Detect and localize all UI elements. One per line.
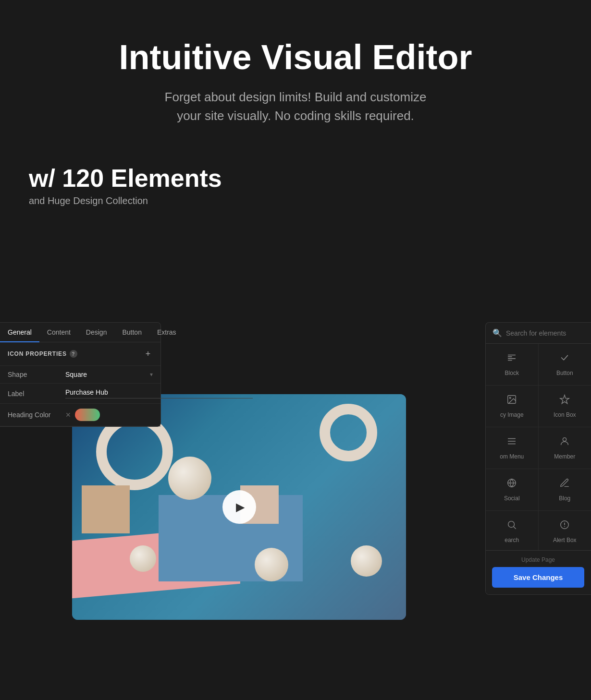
label-property-row: Label Purchase Hub xyxy=(0,384,160,404)
elements-title: w/ 120 Elements xyxy=(29,164,562,193)
shape-value: Square ▾ xyxy=(65,371,153,378)
chevron-down-icon: ▾ xyxy=(150,371,153,378)
save-bar: Update Page Save Changes xyxy=(485,550,591,594)
shape-ring-2 xyxy=(320,404,377,461)
heading-color-label: Heading Color xyxy=(8,411,65,419)
alertbox-icon xyxy=(559,519,570,533)
member-label: Member xyxy=(554,453,575,460)
element-item-block[interactable]: Block xyxy=(486,344,539,386)
section-header: ICON PROPERTIES ? + xyxy=(8,349,153,359)
tabs-bar: General Content Design Button Extras xyxy=(0,323,160,342)
element-item-member[interactable]: Member xyxy=(539,427,591,469)
tab-general[interactable]: General xyxy=(0,323,39,342)
button-label: Button xyxy=(556,370,573,376)
search-bar: 🔍 xyxy=(486,323,591,344)
icon-properties-section: ICON PROPERTIES ? + xyxy=(0,342,160,366)
iconbox-label: Icon Box xyxy=(554,411,576,418)
shape-select[interactable]: Square ▾ xyxy=(65,371,153,378)
svg-point-4 xyxy=(508,521,515,528)
search-el-icon xyxy=(506,519,517,533)
element-item-image[interactable]: cy Image xyxy=(486,386,539,427)
svg-point-2 xyxy=(563,438,566,441)
label-prop-label: Label xyxy=(8,390,65,398)
elements-subtitle: and Huge Design Collection xyxy=(29,195,562,206)
add-button[interactable]: + xyxy=(143,349,153,359)
social-icon xyxy=(506,478,517,491)
element-item-menu[interactable]: om Menu xyxy=(486,427,539,469)
search-label: earch xyxy=(505,537,519,543)
tab-design[interactable]: Design xyxy=(78,323,115,342)
hero-title: Intuitive Visual Editor xyxy=(19,38,572,76)
shape-label: Shape xyxy=(8,371,65,378)
video-background: ▶ xyxy=(72,394,406,620)
left-panel: General Content Design Button Extras ICO… xyxy=(0,322,161,427)
sphere-2 xyxy=(130,545,156,572)
alertbox-label: Alert Box xyxy=(553,537,577,543)
right-panel: 🔍 Block Button xyxy=(485,322,591,595)
menu-icon xyxy=(506,436,517,449)
element-item-alertbox[interactable]: Alert Box xyxy=(539,511,591,553)
save-changes-button[interactable]: Save Changes xyxy=(492,567,584,588)
hero-section: Intuitive Visual Editor Forget about des… xyxy=(0,0,591,145)
element-item-search[interactable]: earch xyxy=(486,511,539,553)
iconbox-icon xyxy=(559,394,570,408)
elements-section: w/ 120 Elements and Huge Design Collecti… xyxy=(0,145,591,206)
shape-property-row: Shape Square ▾ xyxy=(0,366,160,384)
blog-label: Blog xyxy=(559,495,570,502)
section-title: ICON PROPERTIES ? xyxy=(8,350,77,358)
update-label: Update Page xyxy=(492,556,584,563)
sphere-3 xyxy=(255,548,288,581)
image-icon xyxy=(506,394,517,408)
social-label: Social xyxy=(504,495,520,502)
element-item-blog[interactable]: Blog xyxy=(539,469,591,511)
block-label: Block xyxy=(505,370,519,376)
clear-icon[interactable]: ✕ xyxy=(65,411,71,419)
member-icon xyxy=(559,436,570,449)
label-input[interactable]: Purchase Hub xyxy=(65,388,253,398)
video-container: ▶ xyxy=(72,394,406,620)
element-item-social[interactable]: Social xyxy=(486,469,539,511)
image-label: cy Image xyxy=(500,411,524,418)
menu-label: om Menu xyxy=(500,453,524,460)
element-item-button[interactable]: Button xyxy=(539,344,591,386)
label-value: Purchase Hub xyxy=(65,388,253,398)
color-control: ✕ xyxy=(65,409,100,421)
heading-color-row: Heading Color ✕ xyxy=(0,404,160,426)
tab-button[interactable]: Button xyxy=(114,323,149,342)
search-icon: 🔍 xyxy=(492,328,502,338)
tab-extras[interactable]: Extras xyxy=(149,323,184,342)
shape-box-1 xyxy=(82,485,130,533)
blog-icon xyxy=(559,478,570,491)
help-icon[interactable]: ? xyxy=(70,350,77,358)
sphere-4 xyxy=(351,545,382,577)
hero-subtitle: Forget about design limits! Build and cu… xyxy=(127,88,464,125)
element-item-iconbox[interactable]: Icon Box xyxy=(539,386,591,427)
heading-color-value: ✕ xyxy=(65,409,153,421)
play-button[interactable]: ▶ xyxy=(222,490,256,524)
search-input[interactable] xyxy=(506,329,590,337)
svg-point-1 xyxy=(510,398,511,399)
block-icon xyxy=(506,352,517,366)
color-swatch[interactable] xyxy=(75,409,100,421)
button-icon xyxy=(559,352,570,366)
play-icon: ▶ xyxy=(236,500,245,514)
sphere-1 xyxy=(168,457,211,500)
tab-content[interactable]: Content xyxy=(39,323,78,342)
